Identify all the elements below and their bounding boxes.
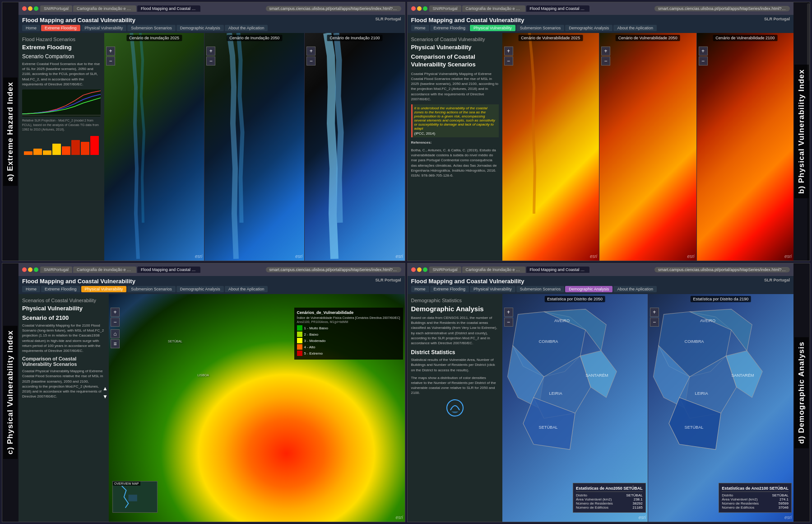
- address-bar-c[interactable]: smart.campus.ciencias.ulisboa.pt/portal/…: [266, 267, 401, 272]
- sidebar-subtitle-b: Physical Vulnerability: [411, 44, 499, 51]
- zoom-out-c[interactable]: −: [111, 318, 120, 327]
- tab-cartografia-a[interactable]: Cartografia de inundação e Vul...: [73, 5, 136, 12]
- zoom-in-demo-2100[interactable]: +: [650, 308, 659, 317]
- maximize-btn-b[interactable]: [423, 6, 427, 11]
- sidebar-subtitle-a: Extreme Flooding: [22, 44, 101, 51]
- nav-about-d[interactable]: About the Aplication: [613, 286, 657, 292]
- maximize-btn-d[interactable]: [423, 267, 427, 272]
- zoom-out-vuln-2100[interactable]: −: [699, 56, 708, 66]
- location-lisboa: LISBOA: [198, 374, 209, 377]
- nav-extreme-b[interactable]: Extreme Flooding: [430, 25, 469, 31]
- zoom-in-vuln-2025[interactable]: +: [504, 47, 513, 56]
- tab-cart-d[interactable]: Cartografia de Inundação e Vul...: [462, 267, 525, 273]
- nav-submersion-b[interactable]: Submersion Scenarios: [516, 25, 565, 31]
- minimize-btn-b[interactable]: [417, 6, 422, 11]
- zoom-out-2100[interactable]: −: [306, 56, 316, 66]
- zoom-out-2025[interactable]: −: [106, 56, 115, 66]
- sidebar-quote-b: It is understood the vulnerability of th…: [411, 104, 499, 137]
- zoom-in-vuln-2100[interactable]: +: [699, 47, 708, 56]
- tab-flood-b[interactable]: Flood Mapping and Coastal Vul... ×: [526, 5, 589, 12]
- bar-1: [24, 151, 32, 155]
- zoom-in-demo-2050[interactable]: +: [504, 308, 513, 317]
- nav-extreme-c[interactable]: Extreme Flooding: [41, 286, 80, 292]
- map-controls-2100: + −: [306, 47, 316, 66]
- zoom-in-vuln-2050[interactable]: +: [601, 47, 610, 56]
- close-btn-a[interactable]: [22, 6, 27, 11]
- browser-chrome-c: SNIRPortugal Cartografia de inundação e …: [19, 263, 405, 276]
- nav-home-a[interactable]: Home: [22, 25, 40, 31]
- close-btn-d[interactable]: [411, 267, 416, 272]
- maximize-btn-c[interactable]: [34, 267, 38, 272]
- close-btn-b[interactable]: [411, 6, 416, 11]
- window-controls-c: [22, 267, 38, 272]
- zoom-in-2050[interactable]: +: [206, 47, 215, 56]
- tab-floodmapping-a[interactable]: Flood Mapping and Coastal Vul... ×: [137, 5, 200, 12]
- esri-logo-2050: esri: [295, 254, 302, 259]
- maximize-btn-a[interactable]: [34, 6, 38, 11]
- nav-bar-c: Home Extreme Flooding Physical Vulnerabi…: [22, 286, 401, 292]
- sidebar-text-d: Based on data from CENSOS 2011, the numb…: [411, 315, 499, 346]
- panel-a-side-label: a) Extreme Hazard Index: [2, 2, 19, 261]
- tab-flood-d[interactable]: Flood Mapping and Coastal Vul... ×: [526, 267, 589, 273]
- nav-physical-a[interactable]: Physical Vulnerability: [81, 25, 127, 31]
- close-btn-c[interactable]: [22, 267, 27, 272]
- sidebar-text2-c: Coastal Physical Vulnerability Mapping o…: [22, 369, 105, 399]
- tab-snir-b[interactable]: SNIRPortugal: [429, 5, 461, 12]
- slr-label-a: SLR Portugal: [375, 17, 401, 21]
- zoom-in-c[interactable]: +: [111, 308, 120, 317]
- nav-submersion-c[interactable]: Submersion Scenarios: [127, 286, 176, 292]
- nav-physical-b[interactable]: Physical Vulnerability: [470, 25, 515, 31]
- vuln-map-2050: Cenário de Vulnerabilidade 2050 + − esri: [599, 33, 696, 261]
- nav-physical-c[interactable]: Physical Vulnerability: [81, 286, 127, 292]
- zoom-in-2025[interactable]: +: [106, 47, 115, 56]
- nav-home-d[interactable]: Home: [411, 286, 429, 292]
- zoom-out-2050[interactable]: −: [206, 56, 215, 66]
- nav-about-b[interactable]: About the Aplication: [613, 25, 657, 31]
- zoom-out-vuln-2025[interactable]: −: [504, 56, 513, 66]
- nav-submersion-d[interactable]: Submersion Scenarios: [516, 286, 565, 292]
- map-overlay-2025: [104, 33, 204, 261]
- zoom-out-vuln-2050[interactable]: −: [601, 56, 610, 66]
- address-bar-d[interactable]: smart.campus.ciencias.ulisboa.pt/portal/…: [654, 267, 790, 272]
- nav-home-b[interactable]: Home: [411, 25, 429, 31]
- address-bar-a[interactable]: smart.campus.ciencias.ulisboa.pt/portal/…: [266, 6, 401, 11]
- scenario-maps-b: Cenário de Vulnerabilidade 2025 + − esri…: [502, 33, 794, 261]
- minimize-btn-a[interactable]: [28, 6, 32, 11]
- nav-extreme-a[interactable]: Extreme Flooding: [41, 25, 80, 31]
- tab-flood-c[interactable]: Flood Mapping and Coastal Vul... ×: [137, 267, 200, 273]
- minimize-btn-c[interactable]: [28, 267, 32, 272]
- nav-extreme-d[interactable]: Extreme Flooding: [430, 286, 469, 292]
- watermark-d: [411, 399, 499, 418]
- zoom-out-demo-2100[interactable]: −: [650, 318, 659, 327]
- bar-5: [62, 146, 70, 155]
- minimize-btn-d[interactable]: [417, 267, 422, 272]
- esri-logo-vuln-2025: esri: [590, 254, 597, 259]
- home-btn-c[interactable]: ⌂: [111, 329, 120, 338]
- vuln-map-2025: Cenário de Vulnerabilidade 2025 + − esri: [502, 33, 599, 261]
- tab-snir-d[interactable]: SNIRPortugal: [429, 267, 461, 273]
- tab-snir-c[interactable]: SNIRPortugal: [40, 267, 72, 273]
- zoom-out-demo-2050[interactable]: −: [504, 318, 513, 327]
- tab-cart-c[interactable]: Cartografia de inundação e Vul...: [73, 267, 136, 273]
- nav-demographic-d[interactable]: Demographic Analysis: [565, 286, 612, 292]
- nav-physical-d[interactable]: Physical Vulnerability: [470, 286, 515, 292]
- nav-submersion-a[interactable]: Submersion Scenarios: [127, 25, 176, 31]
- map-label-2025: Cenário de Inundação 2025: [126, 35, 182, 41]
- nav-demographic-c[interactable]: Demographic Analysis: [176, 286, 224, 292]
- layers-btn-c[interactable]: ≡: [111, 339, 120, 348]
- scroll-up-c[interactable]: ▲: [102, 385, 108, 392]
- svg-point-3: [447, 400, 463, 416]
- nav-home-c[interactable]: Home: [22, 286, 40, 292]
- nav-demographic-b[interactable]: Demographic Analysis: [565, 25, 612, 31]
- esri-logo-demo-2050: esri: [639, 515, 646, 520]
- legend-color-4: [297, 344, 302, 350]
- nav-about-a[interactable]: About the Aplication: [225, 25, 268, 31]
- scroll-down-c[interactable]: ▼: [102, 393, 108, 400]
- nav-demographic-a[interactable]: Demographic Analysis: [176, 25, 224, 31]
- zoom-in-2100[interactable]: +: [306, 47, 316, 56]
- sidebar-c: Scenarios of Coastal Vulnerability Physi…: [19, 294, 109, 522]
- tab-sniportugal-a[interactable]: SNIRPortugal: [40, 5, 72, 12]
- nav-about-c[interactable]: About the Aplication: [225, 286, 268, 292]
- address-bar-b[interactable]: smart.campus.ciencias.ulisboa.pt/portal/…: [654, 6, 790, 11]
- tab-cart-b[interactable]: Cartografia de Inundação e Vul...: [462, 5, 525, 12]
